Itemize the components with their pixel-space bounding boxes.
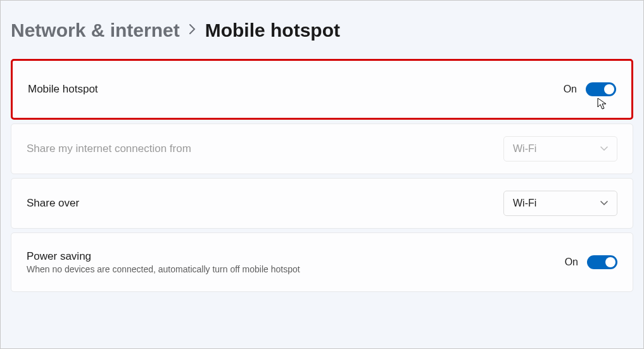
chevron-down-icon	[600, 199, 608, 208]
share-from-card: Share my internet connection from Wi-Fi	[11, 124, 633, 174]
power-saving-toggle-group: On	[565, 255, 617, 269]
cursor-icon	[597, 98, 607, 113]
chevron-down-icon	[600, 144, 608, 153]
breadcrumb-parent-link[interactable]: Network & internet	[11, 20, 180, 41]
share-over-dropdown[interactable]: Wi-Fi	[503, 191, 617, 216]
share-from-dropdown-value: Wi-Fi	[513, 143, 536, 155]
share-from-dropdown: Wi-Fi	[503, 136, 617, 162]
power-saving-label: Power saving	[27, 250, 300, 263]
chevron-right-icon	[189, 23, 196, 38]
mobile-hotspot-toggle[interactable]	[586, 82, 616, 96]
breadcrumb: Network & internet Mobile hotspot	[11, 20, 633, 41]
share-over-label: Share over	[27, 197, 79, 210]
page-title: Mobile hotspot	[205, 20, 340, 41]
mobile-hotspot-card[interactable]: Mobile hotspot On	[11, 59, 633, 120]
share-over-dropdown-value: Wi-Fi	[513, 198, 536, 209]
power-saving-sublabel: When no devices are connected, automatic…	[27, 264, 300, 274]
mobile-hotspot-label: Mobile hotspot	[28, 83, 98, 96]
share-from-label: Share my internet connection from	[27, 143, 191, 155]
power-saving-toggle[interactable]	[587, 255, 617, 269]
power-saving-card: Power saving When no devices are connect…	[11, 232, 633, 292]
mobile-hotspot-toggle-group: On	[564, 82, 616, 96]
share-over-card: Share over Wi-Fi	[11, 178, 633, 229]
power-saving-toggle-state: On	[565, 257, 578, 268]
mobile-hotspot-toggle-state: On	[564, 84, 577, 95]
